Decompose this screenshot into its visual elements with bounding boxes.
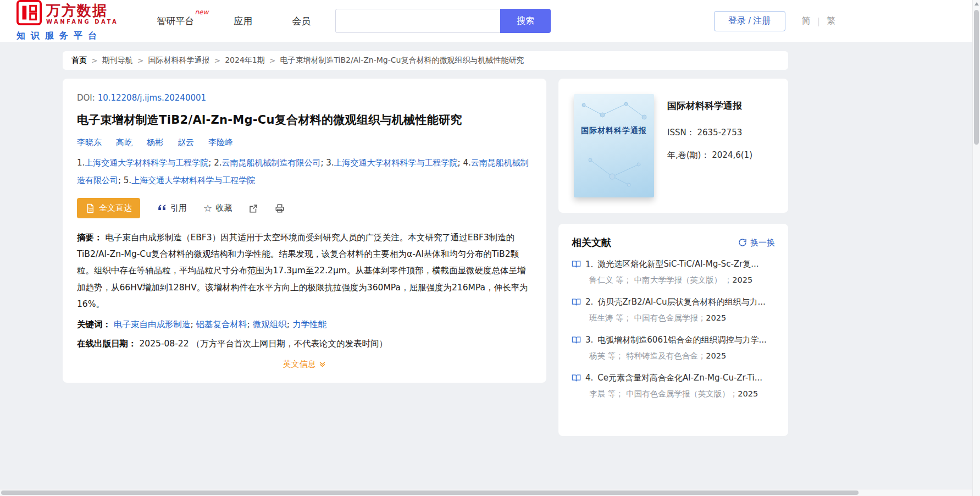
related-item-title[interactable]: 激光选区熔化新型SiC-TiC/Al-Mg-Sc-Zr复...	[597, 259, 758, 269]
related-item-journal: 中国有色金属学报（英文版）；	[626, 389, 738, 398]
author-link[interactable]: 杨彬	[147, 137, 163, 148]
related-item-number: 2.	[585, 297, 593, 307]
related-item[interactable]: 1. 激光选区熔化新型SiC-TiC/Al-Mg-Sc-Zr复... 鲁仁义 等…	[572, 259, 775, 287]
related-item[interactable]: 3. 电弧增材制造6061铝合金的组织调控与力学... 杨芙 等； 特种铸造及有…	[572, 335, 775, 363]
keyword-link[interactable]: 微观组织	[253, 319, 287, 329]
wanfang-logo[interactable]: 万方数据 WANFANG DATA 知识服务平台	[16, 0, 118, 42]
fulltext-button[interactable]: free 全文直达	[77, 198, 140, 218]
nav-item-member[interactable]: 会员	[292, 15, 311, 27]
publish-label: 在线出版日期：	[77, 339, 137, 349]
breadcrumb-separator: >	[91, 56, 98, 65]
related-item-title[interactable]: Ce元素含量对高合金化Al-Zn-Mg-Cu-Zr-Ti...	[597, 373, 762, 383]
author-link[interactable]: 李险峰	[208, 137, 233, 148]
related-item-journal: 特种铸造及有色合金；	[626, 351, 706, 360]
book-icon	[572, 297, 581, 307]
affiliation-separator: ;	[320, 158, 326, 168]
english-info-label: 英文信息	[283, 359, 316, 370]
main-nav: 智研平台 new 应用 会员	[157, 15, 311, 27]
related-item-meta: 李晨 等； 中国有色金属学报（英文版）；2025	[572, 388, 775, 401]
keyword-link[interactable]: 铝基复合材料	[196, 319, 247, 329]
keyword-link[interactable]: 电子束自由成形制造	[114, 319, 191, 329]
volume-label: 年,卷(期)：	[667, 150, 709, 160]
related-item-journal: 中南大学学报（英文版） ；	[634, 275, 733, 284]
issn-value: 2635-2753	[697, 128, 742, 137]
keyword-separator: ;	[287, 319, 292, 329]
related-item-journal: 中国有色金属学报；	[634, 313, 706, 322]
breadcrumb-home[interactable]: 首页	[71, 56, 87, 65]
search-button[interactable]: 搜索	[500, 9, 551, 33]
search-input[interactable]	[335, 9, 500, 33]
refresh-related-button[interactable]: 换一换	[738, 238, 775, 248]
nav-item-apps[interactable]: 应用	[234, 15, 252, 27]
affiliation-num: 2.	[214, 158, 222, 168]
journal-name: 国际材料科学通报	[667, 100, 752, 112]
abstract-text: 电子束自由成形制造（EBF3）因其适用于太空环境而受到研究人员的广泛关注。本文研…	[77, 233, 528, 309]
related-articles-title: 相关文献	[572, 236, 611, 249]
related-item-authors: 鲁仁义 等；	[589, 275, 632, 284]
brand-name-en: WANFANG DATA	[46, 19, 118, 25]
related-item-meta: 鲁仁义 等； 中南大学学报（英文版） ；2025	[572, 274, 775, 287]
breadcrumb-journal-nav[interactable]: 期刊导航	[102, 56, 133, 65]
nav-item-zhiyan-label: 智研平台	[157, 15, 194, 26]
related-item-title[interactable]: 电弧增材制造6061铝合金的组织调控与力学...	[597, 335, 766, 345]
book-icon	[572, 373, 581, 383]
abstract-label: 摘要：	[77, 233, 103, 243]
related-item-authors: 李晨 等；	[589, 389, 624, 398]
keywords-label: 关键词：	[77, 319, 111, 329]
print-button[interactable]	[275, 203, 285, 213]
journal-card: 国际材料科学通报 国际材料科学通报 ISSN： 2635-2753 年,卷(期)…	[558, 79, 788, 213]
nav-item-zhiyan[interactable]: 智研平台 new	[157, 15, 194, 27]
doi-link[interactable]: 10.12208/j.ijms.20240001	[98, 93, 206, 103]
author-link[interactable]: 高屹	[116, 137, 132, 148]
vertical-scrollbar-thumb[interactable]	[974, 10, 979, 145]
related-item-number: 1.	[585, 260, 593, 269]
keyword-link[interactable]: 力学性能	[292, 319, 326, 329]
keyword-separator: ;	[190, 319, 196, 329]
share-button[interactable]	[248, 203, 258, 213]
author-link[interactable]: 李晓东	[77, 137, 102, 148]
breadcrumb-journal[interactable]: 国际材料科学通报	[148, 56, 209, 65]
article-actions: free 全文直达 引用 ☆ 收藏	[77, 198, 532, 218]
abstract-paragraph: 摘要： 电子束自由成形制造（EBF3）因其适用于太空环境而受到研究人员的广泛关注…	[77, 229, 532, 312]
horizontal-scrollbar-thumb[interactable]	[1, 491, 859, 495]
brand-slogan: 知识服务平台	[16, 30, 102, 42]
affiliation-link[interactable]: 上海交通大学材料科学与工程学院	[334, 158, 458, 168]
lang-simplified[interactable]: 简	[802, 15, 811, 27]
publish-date: 2025-08-22	[139, 339, 189, 349]
breadcrumb-issue[interactable]: 2024年1期	[225, 56, 265, 65]
journal-cover[interactable]: 国际材料科学通报	[574, 94, 654, 197]
publish-row: 在线出版日期： 2025-08-22 （万方平台首次上网日期，不代表论文的发表时…	[77, 338, 532, 350]
related-item[interactable]: 4. Ce元素含量对高合金化Al-Zn-Mg-Cu-Zr-Ti... 李晨 等；…	[572, 373, 775, 401]
vertical-scrollbar[interactable]	[972, 0, 980, 496]
printer-icon	[275, 203, 285, 213]
refresh-label: 换一换	[750, 238, 775, 248]
related-item[interactable]: 2. 仿贝壳ZrB2/Al-Cu层状复合材料的组织与力... 班生涛 等； 中国…	[572, 297, 775, 325]
scroll-up-arrow[interactable]	[975, 2, 979, 5]
refresh-icon	[738, 238, 747, 247]
related-item-year: 2025	[732, 275, 752, 284]
affiliation-link[interactable]: 云南昆船机械制造有限公司	[222, 158, 320, 168]
breadcrumb-separator: >	[214, 56, 220, 65]
affiliation-num: 5.	[124, 175, 131, 185]
horizontal-scrollbar[interactable]	[0, 489, 972, 496]
article-card: DOI: 10.12208/j.ijms.20240001 电子束增材制造TiB…	[63, 79, 546, 383]
login-register-button[interactable]: 登录 / 注册	[714, 11, 785, 31]
related-item-number: 3.	[585, 335, 593, 345]
related-item-authors: 班生涛 等；	[589, 313, 632, 322]
affiliation-list: 1.上海交通大学材料科学与工程学院; 2.云南昆船机械制造有限公司; 3.上海交…	[77, 155, 532, 189]
favorite-button[interactable]: ☆ 收藏	[203, 202, 232, 214]
affiliation-separator: ;	[118, 175, 124, 185]
lang-traditional[interactable]: 繁	[827, 15, 835, 27]
sidebar: 国际材料科学通报 国际材料科学通报 ISSN： 2635-2753 年,卷(期)…	[558, 79, 788, 436]
affiliation-link[interactable]: 上海交通大学材料科学与工程学院	[131, 175, 255, 185]
english-info-toggle[interactable]: 英文信息	[283, 359, 326, 370]
affiliation-link[interactable]: 上海交通大学材料科学与工程学院	[85, 158, 208, 168]
search-box: 搜索	[335, 9, 551, 33]
cite-button[interactable]: 引用	[157, 203, 187, 213]
cite-label: 引用	[170, 203, 187, 213]
author-link[interactable]: 赵云	[178, 137, 194, 148]
free-document-icon: free	[85, 203, 95, 213]
related-item-title[interactable]: 仿贝壳ZrB2/Al-Cu层状复合材料的组织与力...	[597, 297, 765, 307]
affiliation-separator: ;	[458, 158, 463, 168]
affiliation-num: 1.	[77, 158, 85, 168]
